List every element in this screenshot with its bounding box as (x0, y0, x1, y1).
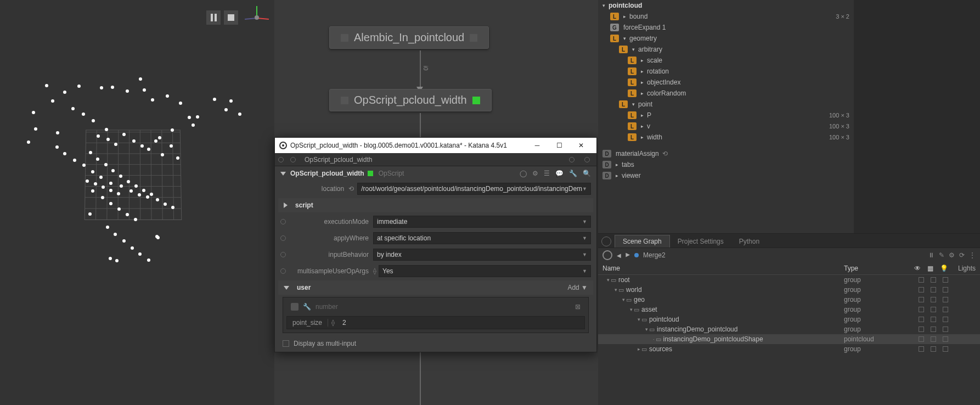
tab-scene-graph[interactable]: Scene Graph (615, 235, 670, 248)
point (104, 163, 108, 166)
point (119, 175, 122, 178)
wrench-icon[interactable]: 🔧 (569, 170, 577, 177)
list-icon[interactable]: ☰ (544, 170, 550, 177)
sg-row[interactable]: ▾▭rootgroup (598, 275, 980, 285)
point (192, 123, 195, 127)
point (147, 148, 150, 151)
link-icon[interactable]: ⟠ (373, 267, 376, 275)
attr-row[interactable]: L▸width100 × 3 (598, 132, 854, 143)
expand-icon[interactable] (280, 172, 286, 176)
attr-row[interactable]: D▸tabs (598, 159, 854, 170)
attr-row[interactable]: L▸colorRandom (598, 88, 854, 99)
tab-menu-icon[interactable] (601, 237, 611, 246)
attr-row[interactable]: L▾point (598, 99, 854, 110)
link-icon[interactable]: ⟠ (328, 319, 338, 327)
current-node[interactable]: Merge2 (643, 251, 666, 259)
close-button[interactable]: ✕ (570, 138, 592, 153)
target-icon[interactable] (602, 250, 612, 260)
sg-row[interactable]: ·▭instancingDemo_pointcloudShapepointclo… (598, 334, 980, 344)
point (114, 233, 117, 236)
attr-row[interactable]: L▾arbitrary (598, 44, 854, 55)
apply-where-field[interactable]: at specific location▼ (373, 232, 591, 244)
maximize-button[interactable]: ☐ (548, 138, 570, 153)
wrench-icon[interactable]: 🔧 (303, 303, 311, 311)
multisample-field[interactable]: Yes▼ (379, 265, 591, 277)
node-opscript-width[interactable]: OpScript_pcloud_width (329, 89, 492, 111)
attr-row[interactable]: L▸scale (598, 55, 854, 66)
sg-row[interactable]: ▾▭geogroup (598, 295, 980, 305)
point (138, 193, 141, 196)
pause-button[interactable] (206, 10, 221, 25)
point (134, 218, 137, 221)
attr-row[interactable]: L▸rotation (598, 66, 854, 77)
sg-row[interactable]: ▸▭sourcesgroup (598, 344, 980, 354)
node-view-toggle[interactable] (470, 34, 477, 42)
attr-row[interactable]: L▸bound3 × 2 (598, 11, 854, 22)
stop-button[interactable] (224, 10, 238, 25)
point (151, 98, 154, 102)
add-param-button[interactable]: Add ▼ (567, 284, 588, 291)
attr-row[interactable]: L▾geometry (598, 33, 854, 44)
delete-icon[interactable]: ⊠ (575, 303, 581, 311)
render-icon[interactable]: ▦ (927, 265, 933, 272)
attr-row[interactable]: L▸P100 × 3 (598, 110, 854, 121)
attr-row[interactable]: D▸viewer (598, 170, 854, 181)
light-icon[interactable]: 💡 (940, 265, 948, 272)
history-fwd-icon[interactable]: ◀ (626, 252, 630, 258)
eye-icon[interactable]: 👁 (914, 265, 921, 272)
sg-row[interactable]: ▾▭instancingDemo_pointcloudgroup (598, 324, 980, 334)
point (32, 111, 35, 114)
chat-icon[interactable]: 💬 (555, 170, 564, 177)
viewport-panel: (function(){ const pts=[[82,153],[93,181… (0, 0, 274, 405)
attr-row[interactable]: GforceExpand 1 (598, 22, 854, 33)
search-icon[interactable]: 🔍 (583, 170, 591, 177)
view-gizmo[interactable] (246, 7, 268, 29)
location-field[interactable]: /root/world/geo/asset/pointcloud/instanc… (357, 183, 591, 195)
refresh-icon[interactable]: ⟳ (959, 251, 965, 259)
parameters-window: OpScript_pcloud_width - blog.0005.demo01… (274, 137, 597, 352)
input-behavior-field[interactable]: by index▼ (373, 249, 591, 261)
window-titlebar[interactable]: OpScript_pcloud_width - blog.0005.demo01… (275, 138, 596, 153)
tab-opt-icon[interactable] (584, 157, 590, 162)
help-icon[interactable]: ◯ (520, 170, 527, 177)
pencil-icon[interactable]: ✎ (939, 251, 944, 259)
lock-icon[interactable] (291, 303, 298, 311)
point-size-field[interactable]: point_size ⟠ 2 (286, 316, 585, 329)
param-label: applyWhere (288, 234, 373, 242)
attr-row[interactable]: DmaterialAssign⟲ (598, 148, 854, 159)
point (109, 257, 112, 260)
tab-menu-icon[interactable] (278, 157, 284, 162)
history-back-icon[interactable]: ◀ (617, 252, 621, 258)
node-disable-toggle[interactable] (341, 34, 348, 42)
more-icon[interactable]: ⋮ (969, 251, 976, 259)
tab-menu-icon[interactable] (290, 157, 296, 162)
node-disable-toggle[interactable] (341, 97, 348, 104)
sg-row[interactable]: ▾▭assetgroup (598, 305, 980, 314)
script-section[interactable]: script (278, 198, 593, 212)
sg-row[interactable]: ▾▭worldgroup (598, 285, 980, 295)
tab[interactable]: OpScript_pcloud_width (299, 156, 378, 164)
sg-row[interactable]: ▾▭pointcloudgroup (598, 314, 980, 324)
tab-project-settings[interactable]: Project Settings (670, 235, 731, 248)
user-section[interactable]: user Add ▼ (278, 280, 593, 295)
point (109, 182, 112, 185)
point (115, 259, 119, 262)
attr-row[interactable]: L▸objectIndex (598, 77, 854, 88)
execution-mode-field[interactable]: immediate▼ (373, 216, 591, 228)
pause-icon[interactable]: ⏸ (928, 251, 934, 259)
minimize-button[interactable]: ─ (526, 138, 548, 153)
tab-python[interactable]: Python (731, 235, 767, 248)
gear-icon[interactable]: ⚙ (532, 170, 538, 177)
tab-opt-icon[interactable] (569, 157, 575, 162)
point (55, 145, 59, 149)
multi-input-checkbox[interactable] (283, 340, 289, 347)
gear-icon[interactable]: ⚙ (949, 251, 955, 259)
attr-row[interactable]: L▸v100 × 3 (598, 121, 854, 132)
viewport-grid (85, 130, 182, 220)
node-view-toggle-active[interactable] (472, 97, 480, 104)
point (82, 113, 85, 116)
node-alembic-in[interactable]: Alembic_In_pointcloud (329, 26, 489, 49)
point (109, 202, 112, 205)
scope-icon[interactable]: ⟲ (348, 185, 354, 193)
attr-root[interactable]: ▾pointcloud (598, 0, 854, 11)
